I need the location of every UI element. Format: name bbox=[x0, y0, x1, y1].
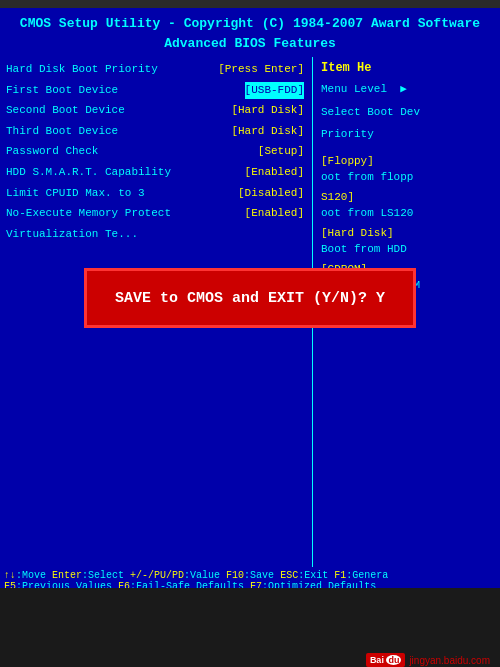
menu-label-selected: First Boot Device bbox=[6, 82, 118, 100]
ls120-option: S120] bbox=[321, 191, 494, 203]
menu-value: [Hard Disk] bbox=[231, 123, 304, 141]
menu-label: HDD S.M.A.R.T. Capability bbox=[6, 164, 171, 182]
bios-main-content: Hard Disk Boot Priority [Press Enter] Fi… bbox=[0, 57, 500, 567]
bottom-bar: Bai du jingyan.baidu.com bbox=[0, 588, 500, 667]
bios-title-line2: Advanced BIOS Features bbox=[4, 34, 496, 54]
menu-row: Second Boot Device [Hard Disk] bbox=[6, 102, 304, 120]
top-border bbox=[0, 0, 500, 8]
menu-value: [Disabled] bbox=[238, 185, 304, 203]
floppy-option: [Floppy] bbox=[321, 155, 494, 167]
menu-value-selected: [USB-FDD] bbox=[245, 82, 304, 100]
menu-level-text: Menu Level ▶ bbox=[321, 81, 494, 98]
cdrom-option: [CDROM] bbox=[321, 263, 494, 275]
menu-row: Password Check [Setup] bbox=[6, 143, 304, 161]
bios-left-panel: Hard Disk Boot Priority [Press Enter] Fi… bbox=[0, 57, 310, 567]
menu-row: Third Boot Device [Hard Disk] bbox=[6, 123, 304, 141]
footer-f5: F5:Previous Values F6:Fail-Safe Defaults… bbox=[4, 581, 376, 588]
footer-move: ↑↓:Move Enter:Select +/-/PU/PD:Value F10… bbox=[4, 570, 388, 581]
menu-label: Second Boot Device bbox=[6, 102, 125, 120]
menu-value: [Setup] bbox=[258, 143, 304, 161]
baidu-site: jingyan.baidu.com bbox=[409, 655, 490, 666]
hdd-option: [Hard Disk] bbox=[321, 227, 494, 239]
menu-row: Virtualization Te... bbox=[6, 226, 304, 244]
baidu-watermark: Bai du jingyan.baidu.com bbox=[366, 653, 490, 667]
bios-header: CMOS Setup Utility - Copyright (C) 1984-… bbox=[0, 8, 500, 57]
ls120-desc: oot from LS120 bbox=[321, 207, 494, 219]
priority-text: Priority bbox=[321, 126, 494, 143]
menu-label: Limit CPUID Max. to 3 bbox=[6, 185, 145, 203]
menu-label: Hard Disk Boot Priority bbox=[6, 61, 158, 79]
hdd-desc: Boot from HDD bbox=[321, 243, 494, 255]
bios-footer: ↑↓:Move Enter:Select +/-/PU/PD:Value F10… bbox=[0, 567, 500, 588]
item-help-title: Item He bbox=[321, 61, 494, 75]
menu-label: Password Check bbox=[6, 143, 98, 161]
menu-value: [Press Enter] bbox=[218, 61, 304, 79]
menu-label: No-Execute Memory Protect bbox=[6, 205, 171, 223]
bios-right-panel: Item He Menu Level ▶ Select Boot Dev Pri… bbox=[315, 57, 500, 567]
bios-title-line1: CMOS Setup Utility - Copyright (C) 1984-… bbox=[4, 14, 496, 34]
menu-row: Hard Disk Boot Priority [Press Enter] bbox=[6, 61, 304, 79]
panel-divider bbox=[312, 57, 313, 567]
select-boot-text: Select Boot Dev bbox=[321, 104, 494, 121]
menu-value: [Hard Disk] bbox=[231, 102, 304, 120]
footer-row-2: F5:Previous Values F6:Fail-Safe Defaults… bbox=[4, 581, 496, 588]
menu-label: Third Boot Device bbox=[6, 123, 118, 141]
baidu-logo: Bai du bbox=[366, 653, 406, 667]
menu-row: HDD S.M.A.R.T. Capability [Enabled] bbox=[6, 164, 304, 182]
menu-value: [Enabled] bbox=[245, 205, 304, 223]
floppy-desc: oot from flopp bbox=[321, 171, 494, 183]
menu-value: [Enabled] bbox=[245, 164, 304, 182]
footer-row-1: ↑↓:Move Enter:Select +/-/PU/PD:Value F10… bbox=[4, 570, 496, 581]
bios-screen: CMOS Setup Utility - Copyright (C) 1984-… bbox=[0, 8, 500, 588]
menu-row: No-Execute Memory Protect [Enabled] bbox=[6, 205, 304, 223]
menu-row: Limit CPUID Max. to 3 [Disabled] bbox=[6, 185, 304, 203]
menu-row: First Boot Device [USB-FDD] bbox=[6, 82, 304, 100]
cdrom-desc: Boot from CDROM bbox=[321, 279, 494, 291]
menu-label: Virtualization Te... bbox=[6, 226, 138, 244]
